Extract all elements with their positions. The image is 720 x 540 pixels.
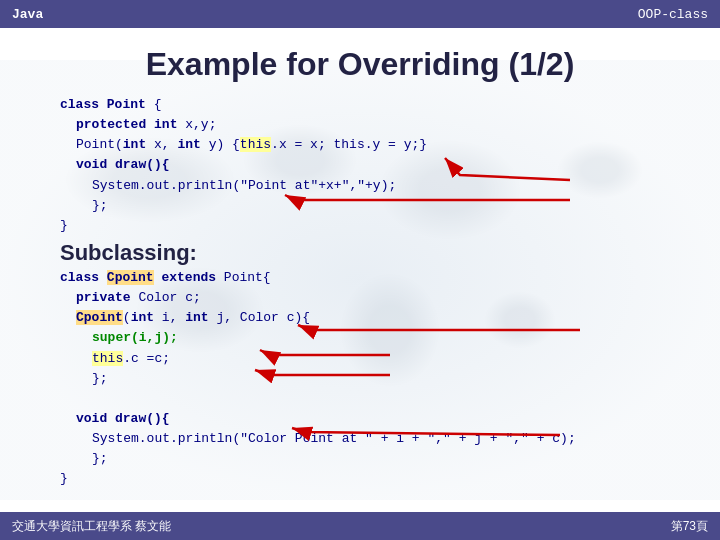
code-line: } [60, 469, 660, 489]
code-line: }; [60, 449, 660, 469]
code-line: Point(int x, int y) {this.x = x; this.y … [60, 135, 660, 155]
code-line: System.out.println("Point at"+x+","+y); [60, 176, 660, 196]
code-line: protected int x,y; [60, 115, 660, 135]
code-line: } [60, 216, 660, 236]
content-area: class Point { protected int x,y; Point(i… [0, 93, 720, 490]
code-line: Cpoint(int i, int j, Color c){ [60, 308, 660, 328]
footer-right: 第73頁 [671, 518, 708, 535]
code-line: void draw(){ [60, 155, 660, 175]
top-bar: Java OOP-class [0, 0, 720, 28]
subclassing-label: Subclassing: [60, 240, 660, 266]
code-line: void draw(){ [60, 409, 660, 429]
code-line: }; [60, 196, 660, 216]
code-line: class Cpoint extends Point{ [60, 268, 660, 288]
code-line: super(i,j); [60, 328, 660, 348]
slide: Java OOP-class Example for Overriding (1… [0, 0, 720, 540]
code-line: this.c =c; [60, 349, 660, 369]
slide-title: Example for Overriding (1/2) [146, 46, 575, 82]
code-block-2: class Cpoint extends Point{ private Colo… [60, 268, 660, 490]
footer-left: 交通大學資訊工程學系 蔡文能 [12, 518, 171, 535]
code-line: }; [60, 369, 660, 389]
bottom-bar: 交通大學資訊工程學系 蔡文能 第73頁 [0, 512, 720, 540]
header-right: OOP-class [638, 7, 708, 22]
code-line: System.out.println("Color Point at " + i… [60, 429, 660, 449]
title-section: Example for Overriding (1/2) [0, 28, 720, 93]
header-left: Java [12, 7, 43, 22]
code-line: class Point { [60, 95, 660, 115]
code-line: private Color c; [60, 288, 660, 308]
code-line [60, 389, 660, 409]
code-block-1: class Point { protected int x,y; Point(i… [60, 95, 660, 236]
